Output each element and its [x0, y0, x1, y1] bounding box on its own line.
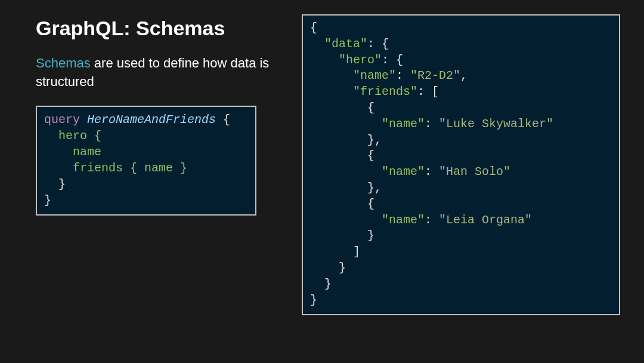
slide-title: GraphQL: Schemas [36, 17, 274, 40]
json-brace: }, [367, 133, 382, 147]
code-line-name: name [73, 145, 101, 159]
response-code-box: { "data": { "hero": { "name": "R2-D2", "… [302, 14, 620, 315]
description-highlight: Schemas [36, 56, 91, 70]
json-string: "Han Solo" [439, 165, 510, 179]
json-brace: } [324, 277, 332, 291]
code-keyword: query [44, 113, 80, 127]
code-brace: { [223, 113, 230, 127]
json-punc: : { [382, 53, 403, 67]
json-brace: { [367, 101, 374, 115]
json-brace: { [367, 149, 374, 162]
json-key: "name" [382, 213, 425, 227]
json-brace: { [367, 197, 374, 211]
code-line-friends-open: friends { [73, 161, 144, 175]
json-brace: { [310, 21, 317, 35]
json-punc: , [460, 69, 467, 82]
json-key: "hero" [339, 53, 382, 67]
code-brace: } [58, 177, 66, 191]
code-line-friends-close: } [173, 161, 187, 175]
slide-description: Schemas are used to define how data is s… [36, 54, 274, 91]
left-column: GraphQL: Schemas Schemas are used to def… [36, 17, 274, 216]
code-line-friends-name: name [144, 161, 173, 175]
code-line-hero: hero { [58, 129, 101, 143]
code-operation-name: HeroNameAndFriends [87, 113, 216, 127]
json-key: "name" [382, 117, 425, 131]
json-bracket: ] [353, 245, 360, 259]
json-brace: }, [367, 181, 382, 195]
json-brace: } [339, 261, 346, 275]
code-brace: } [44, 193, 51, 207]
query-code-box: query HeroNameAndFriends { hero { name f… [36, 106, 256, 216]
json-string: "Luke Skywalker" [439, 117, 553, 131]
json-key: "friends" [353, 85, 417, 99]
json-punc: : { [367, 37, 389, 51]
json-punc: : [ [417, 85, 439, 99]
json-punc: : [425, 165, 439, 179]
json-punc: : [425, 213, 439, 227]
json-brace: } [310, 293, 317, 307]
json-string: "R2-D2" [410, 69, 460, 82]
json-key: "data" [324, 37, 367, 51]
json-key: "name" [353, 69, 396, 82]
slide: GraphQL: Schemas Schemas are used to def… [0, 0, 644, 363]
json-punc: : [425, 117, 439, 131]
json-brace: } [367, 229, 374, 242]
json-punc: : [396, 69, 410, 82]
json-string: "Leia Organa" [439, 213, 532, 227]
json-key: "name" [382, 165, 425, 179]
